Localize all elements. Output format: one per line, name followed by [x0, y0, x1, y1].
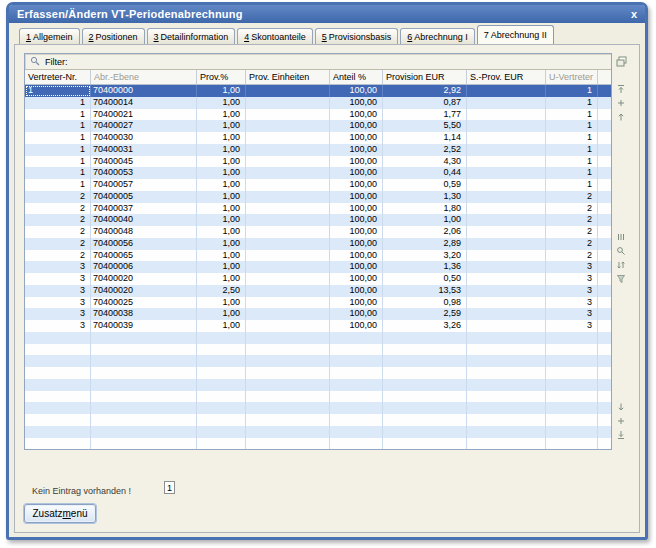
cell [467, 85, 546, 97]
close-button[interactable]: x [631, 9, 637, 20]
table-row[interactable]: 3704000391,00100,003,263 [25, 320, 611, 332]
table-row[interactable]: 2704000371,00100,001,802 [25, 203, 611, 215]
table-row[interactable] [25, 332, 611, 344]
plus-icon[interactable] [615, 415, 627, 427]
table-row[interactable]: 3704000201,00100,000,503 [25, 273, 611, 285]
cell: 3,20 [383, 250, 467, 262]
table-row[interactable]: 1704000301,00100,001,141 [25, 132, 611, 144]
column-header-prov-prozent[interactable]: Prov.% [197, 70, 246, 84]
cell [330, 414, 383, 426]
funnel-icon[interactable] [615, 273, 627, 285]
table-row[interactable]: 1704000451,00100,004,301 [25, 156, 611, 168]
tab-positionen[interactable]: 2Positionen [82, 28, 145, 44]
table-row[interactable]: 2704000051,00100,001,302 [25, 191, 611, 203]
cell: 3 [546, 297, 598, 309]
column-header-u-vertreter[interactable]: U-Vertreter [546, 70, 598, 84]
column-header-vertreter-nr[interactable]: Vertreter-Nr. [25, 70, 91, 84]
cell: 1 [25, 85, 91, 97]
cell [330, 379, 383, 391]
cell: 1 [546, 109, 598, 121]
tab-abrechnung-1[interactable]: 6Abrechnung I [400, 28, 475, 44]
table-row[interactable] [25, 344, 611, 356]
cell-filler [598, 332, 611, 344]
cell: 2 [546, 191, 598, 203]
cell [197, 426, 246, 438]
cell: 0,98 [383, 297, 467, 309]
tab-allgemein[interactable]: 1Allgemein [19, 28, 80, 44]
table-row[interactable]: 3704000061,00100,001,363 [25, 261, 611, 273]
cell: 1,00 [197, 120, 246, 132]
table-row[interactable] [25, 367, 611, 379]
cell: 1 [546, 120, 598, 132]
sort-arrows-icon[interactable] [615, 259, 627, 271]
cell [467, 308, 546, 320]
zusatzmenu-button[interactable]: Zusatzmenü [24, 504, 96, 523]
plus-icon[interactable] [615, 97, 627, 109]
column-header-anteil-prozent[interactable]: Anteil % [330, 70, 383, 84]
table-row[interactable] [25, 438, 611, 450]
table-row[interactable] [25, 379, 611, 391]
cell [467, 167, 546, 179]
cell: 1,00 [197, 226, 246, 238]
cell [25, 426, 91, 438]
table-row[interactable]: 2704000401,00100,001,002 [25, 214, 611, 226]
cell: 100,00 [330, 120, 383, 132]
table-row[interactable]: 1704000141,00100,000,871 [25, 97, 611, 109]
cell [467, 297, 546, 309]
arrow-down-to-bar-icon[interactable] [615, 429, 627, 441]
table-row[interactable]: 2704000561,00100,002,892 [25, 238, 611, 250]
tab-detailinformation[interactable]: 3Detailinformation [147, 28, 236, 44]
cell: 1,30 [383, 191, 467, 203]
column-header-abr-ebene[interactable]: Abr.-Ebene [91, 70, 197, 84]
table-row[interactable]: 1704000211,00100,001,771 [25, 109, 611, 121]
table-row[interactable] [25, 414, 611, 426]
table-row[interactable]: 1704000001,00100,002,921 [25, 85, 611, 97]
arrow-down-icon[interactable] [615, 401, 627, 413]
arrow-up-to-bar-icon[interactable] [615, 83, 627, 95]
cell: 3 [25, 273, 91, 285]
magnifier-icon[interactable] [615, 245, 627, 257]
tab-provisionsbasis[interactable]: 5Provisionsbasis [315, 28, 399, 44]
cell [467, 438, 546, 450]
table-row[interactable]: 1704000571,00100,000,591 [25, 179, 611, 191]
tab-skontoanteile[interactable]: 4Skontoanteile [237, 28, 313, 44]
column-header-prov-einheiten[interactable]: Prov. Einheiten [246, 70, 330, 84]
cell-filler [598, 402, 611, 414]
table-row[interactable] [25, 426, 611, 438]
table-row[interactable] [25, 355, 611, 367]
cell [467, 332, 546, 344]
table-row[interactable] [25, 402, 611, 414]
cell: 2 [25, 238, 91, 250]
record-counter-field[interactable]: 1 [164, 481, 175, 494]
cell [467, 273, 546, 285]
cell [246, 120, 330, 132]
cell: 2,92 [383, 85, 467, 97]
table-row[interactable]: 3704000251,00100,000,983 [25, 297, 611, 309]
cell [246, 308, 330, 320]
cell: 70400048 [91, 226, 197, 238]
cell [546, 355, 598, 367]
table-row[interactable]: 1704000271,00100,005,501 [25, 120, 611, 132]
cell: 1,00 [197, 85, 246, 97]
column-chooser-icon[interactable] [615, 55, 627, 67]
cell: 1 [25, 167, 91, 179]
table-row[interactable]: 2704000481,00100,002,062 [25, 226, 611, 238]
status-text: Kein Eintrag vorhanden ! [32, 486, 131, 496]
table-row[interactable]: 1704000311,00100,002,521 [25, 144, 611, 156]
table-row[interactable]: 2704000651,00100,003,202 [25, 250, 611, 262]
cell [246, 156, 330, 168]
column-header-provision-eur[interactable]: Provision EUR [383, 70, 467, 84]
table-row[interactable]: 3704000381,00100,002,593 [25, 308, 611, 320]
table-row[interactable]: 1704000531,00100,000,441 [25, 167, 611, 179]
arrow-up-icon[interactable] [615, 111, 627, 123]
cell: 2,50 [197, 285, 246, 297]
tab-abrechnung-2[interactable]: 7Abrechnung II [477, 25, 554, 44]
table-row[interactable] [25, 391, 611, 403]
column-header-s-prov-eur[interactable]: S.-Prov. EUR [467, 70, 546, 84]
cell [467, 250, 546, 262]
cell: 1,00 [197, 250, 246, 262]
cell: 70400038 [91, 308, 197, 320]
cell [467, 355, 546, 367]
table-row[interactable]: 3704000202,50100,0013,533 [25, 285, 611, 297]
vertical-bars-icon[interactable] [615, 231, 627, 243]
